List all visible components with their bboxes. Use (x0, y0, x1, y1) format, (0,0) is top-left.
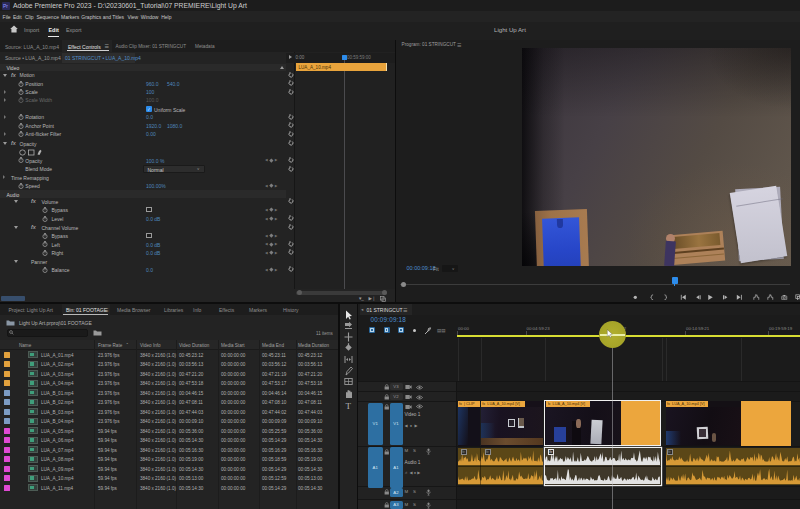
svg-text:T: T (346, 400, 352, 410)
